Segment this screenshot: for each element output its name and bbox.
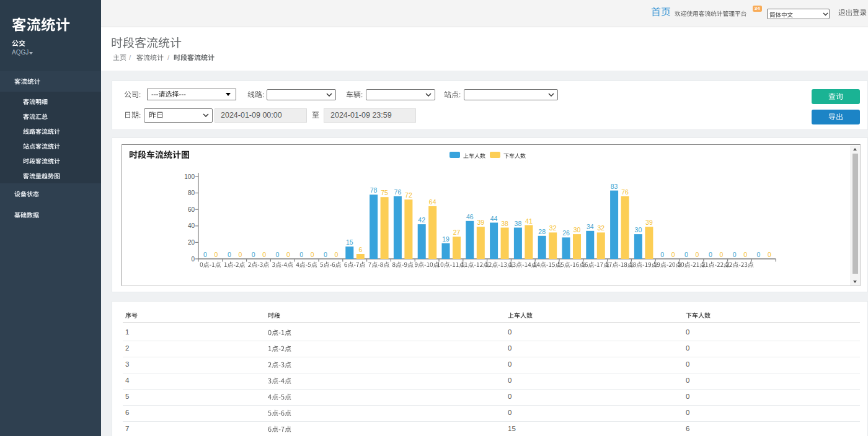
- svg-text:0: 0: [756, 251, 760, 258]
- svg-text:78: 78: [370, 186, 378, 194]
- svg-text:32: 32: [549, 224, 557, 232]
- svg-text:46: 46: [466, 213, 474, 220]
- svg-text:0: 0: [262, 251, 266, 258]
- svg-text:0: 0: [671, 251, 675, 258]
- svg-text:83: 83: [611, 183, 618, 190]
- svg-text:0: 0: [660, 251, 664, 258]
- svg-text:38: 38: [515, 220, 522, 227]
- svg-text:41: 41: [525, 217, 533, 225]
- svg-text:0: 0: [696, 251, 699, 258]
- svg-text:0: 0: [311, 251, 314, 258]
- svg-text:0: 0: [743, 251, 747, 258]
- svg-text:0: 0: [719, 251, 723, 258]
- svg-text:40: 40: [188, 222, 195, 229]
- svg-text:30: 30: [635, 226, 642, 233]
- svg-text:0: 0: [324, 251, 327, 258]
- svg-text:6: 6: [358, 246, 362, 253]
- svg-text:76: 76: [621, 188, 629, 196]
- svg-text:0: 0: [684, 251, 688, 258]
- svg-text:39: 39: [645, 219, 653, 226]
- svg-text:60: 60: [188, 206, 195, 213]
- svg-text:34: 34: [587, 223, 594, 230]
- svg-text:0: 0: [709, 251, 712, 258]
- svg-text:28: 28: [538, 228, 546, 235]
- svg-text:0: 0: [252, 251, 255, 258]
- svg-text:32: 32: [597, 224, 604, 232]
- svg-text:42: 42: [418, 216, 425, 224]
- svg-text:0: 0: [768, 251, 771, 258]
- svg-text:19: 19: [442, 235, 450, 243]
- svg-text:0: 0: [203, 251, 207, 258]
- svg-text:27: 27: [453, 229, 461, 236]
- svg-text:38: 38: [501, 220, 508, 227]
- svg-text:80: 80: [188, 190, 195, 196]
- svg-text:0: 0: [215, 251, 218, 258]
- svg-text:39: 39: [477, 219, 484, 226]
- svg-text:0: 0: [275, 251, 279, 258]
- svg-text:0: 0: [191, 256, 195, 263]
- svg-text:26: 26: [562, 229, 570, 237]
- svg-text:20: 20: [188, 239, 195, 246]
- svg-text:30: 30: [574, 226, 581, 233]
- svg-text:76: 76: [394, 188, 402, 196]
- svg-text:72: 72: [405, 191, 412, 199]
- svg-text:0: 0: [228, 251, 231, 258]
- svg-text:0: 0: [238, 251, 242, 258]
- svg-text:64: 64: [429, 198, 436, 206]
- svg-text:15: 15: [346, 238, 353, 246]
- svg-text:100: 100: [184, 173, 195, 180]
- svg-text:0: 0: [335, 251, 339, 258]
- svg-text:0: 0: [733, 251, 737, 258]
- svg-text:0: 0: [299, 251, 303, 258]
- svg-text:44: 44: [490, 215, 498, 222]
- svg-text:75: 75: [381, 189, 388, 196]
- svg-text:0: 0: [286, 251, 290, 258]
